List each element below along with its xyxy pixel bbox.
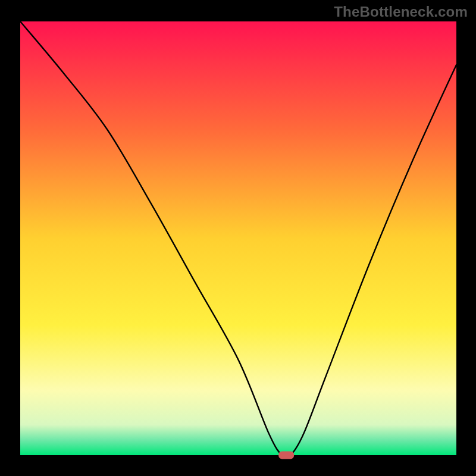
optimal-marker	[278, 452, 294, 459]
chart-frame: TheBottleneck.com	[0, 0, 476, 476]
bottleneck-chart	[0, 0, 476, 476]
plot-background	[20, 21, 456, 455]
